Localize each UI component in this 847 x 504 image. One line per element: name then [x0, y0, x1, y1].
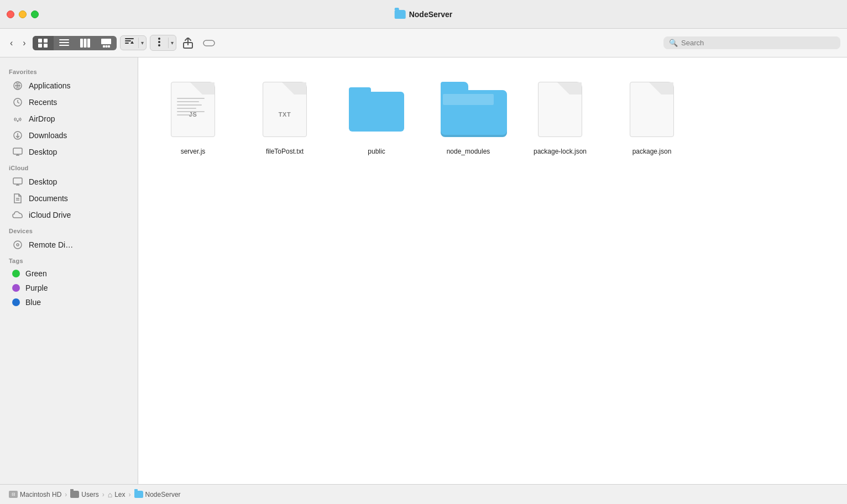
svg-point-40: [17, 244, 19, 246]
recents-icon: [12, 97, 23, 108]
airdrop-label: AirDrop: [29, 114, 55, 123]
sidebar-item-applications[interactable]: Applications: [3, 77, 134, 94]
sidebar-item-desktop[interactable]: Desktop: [3, 144, 134, 160]
svg-point-28: [17, 120, 19, 122]
sort-dropdown[interactable]: ▾: [120, 35, 147, 50]
home-icon: ⌂: [108, 490, 112, 499]
public-folder-icon: [349, 87, 404, 132]
sidebar-item-recents[interactable]: Recents: [3, 94, 134, 111]
node-modules-icon-wrap: [441, 76, 496, 143]
airdrop-icon: [12, 113, 23, 124]
breadcrumb-macintosh-hd[interactable]: ⊟ Macintosh HD: [9, 491, 61, 498]
svg-rect-5: [59, 42, 69, 43]
view-button-group: [33, 36, 117, 50]
action-dropdown[interactable]: ▾: [150, 35, 176, 51]
window-title: NodeServer: [409, 10, 453, 19]
breadcrumb-nodeserver[interactable]: NodeServer: [134, 491, 181, 498]
action-button[interactable]: [150, 35, 168, 50]
share-button[interactable]: [180, 35, 196, 51]
server-js-doc-icon: JS: [171, 82, 215, 137]
back-button[interactable]: ‹: [7, 36, 16, 50]
maximize-button[interactable]: [31, 11, 39, 18]
svg-rect-34: [13, 178, 22, 184]
icloud-drive-icon: [12, 209, 23, 221]
icloud-desktop-icon: [12, 176, 23, 187]
forward-button[interactable]: ›: [19, 36, 29, 50]
sidebar-item-icloud-desktop[interactable]: Desktop: [3, 174, 134, 190]
file-item-package-json[interactable]: package.json: [610, 71, 693, 192]
tag-button[interactable]: [200, 36, 218, 50]
documents-icon: [12, 193, 23, 204]
sidebar-item-tag-blue[interactable]: Blue: [3, 295, 134, 309]
sidebar-item-tag-green[interactable]: Green: [3, 266, 134, 281]
sort-dropdown-arrow[interactable]: ▾: [138, 38, 146, 48]
breadcrumb-nodeserver-label: NodeServer: [145, 491, 181, 498]
applications-icon: [12, 80, 23, 91]
file-item-server-js[interactable]: JS server.js: [151, 71, 234, 192]
breadcrumb-sep-1: ›: [65, 491, 67, 498]
file-item-node-modules[interactable]: node_modules: [427, 71, 510, 192]
node-modules-folder-icon: [441, 82, 496, 137]
view-gallery-button[interactable]: [96, 36, 117, 50]
sidebar-item-tag-purple[interactable]: Purple: [3, 281, 134, 295]
purple-tag-label: Purple: [25, 284, 48, 292]
traffic-lights: [7, 11, 39, 18]
view-icon-button[interactable]: [33, 36, 54, 50]
svg-rect-7: [80, 39, 83, 48]
sort-button[interactable]: [121, 36, 138, 50]
breadcrumb-sep-3: ›: [129, 491, 131, 498]
file-item-public[interactable]: public: [335, 71, 418, 192]
desktop-icon: [12, 146, 23, 158]
breadcrumb-users[interactable]: Users: [70, 491, 98, 498]
sidebar-item-icloud-drive[interactable]: iCloud Drive: [3, 207, 134, 223]
file-item-package-lock[interactable]: package-lock.json: [519, 71, 602, 192]
devices-section-title: Devices: [0, 223, 138, 237]
downloads-label: Downloads: [29, 131, 67, 140]
search-input[interactable]: [681, 39, 835, 47]
search-icon: 🔍: [669, 39, 678, 47]
users-folder-icon: [70, 491, 79, 498]
tags-section-title: Tags: [0, 253, 138, 266]
package-json-icon-wrap: [624, 76, 679, 143]
server-js-label: server.js: [181, 147, 206, 156]
breadcrumb-lex[interactable]: ⌂ Lex: [108, 490, 126, 499]
view-columns-button[interactable]: [75, 36, 96, 50]
filetopost-label: fileToPost.txt: [266, 147, 304, 156]
breadcrumb-lex-label: Lex: [114, 491, 125, 498]
server-js-icon-wrap: JS: [165, 76, 221, 143]
package-lock-doc-icon: [538, 82, 582, 137]
doc-lines: [177, 98, 207, 118]
file-content: JS server.js TXT fileToPost.txt public: [138, 57, 847, 484]
icloud-documents-label: Documents: [29, 194, 68, 203]
package-json-doc-icon: [630, 82, 674, 137]
sidebar-item-airdrop[interactable]: AirDrop: [3, 111, 134, 127]
package-lock-icon-wrap: [532, 76, 588, 143]
icloud-drive-label: iCloud Drive: [29, 211, 71, 219]
downloads-icon: [12, 130, 23, 141]
filetopost-icon-wrap: TXT: [257, 76, 312, 143]
svg-rect-6: [59, 45, 69, 46]
minimize-button[interactable]: [19, 11, 27, 18]
nodeserver-folder-icon: [134, 491, 143, 498]
txt-badge: TXT: [279, 111, 291, 118]
sidebar-item-remote-disk[interactable]: Remote Di…: [3, 237, 134, 253]
svg-rect-1: [44, 39, 48, 43]
public-label: public: [368, 147, 385, 156]
titlebar-center: NodeServer: [395, 10, 453, 19]
close-button[interactable]: [7, 11, 14, 18]
search-bar[interactable]: 🔍: [663, 36, 840, 49]
view-list-button[interactable]: [54, 36, 75, 50]
svg-marker-17: [130, 41, 134, 44]
svg-rect-11: [103, 45, 105, 48]
action-dropdown-arrow[interactable]: ▾: [168, 38, 176, 48]
purple-tag-dot: [12, 284, 20, 292]
svg-point-20: [158, 44, 160, 46]
svg-rect-14: [125, 38, 134, 39]
main: Favorites Applications Recents: [0, 57, 847, 484]
disk-icon: [12, 239, 23, 250]
file-item-filetopst-txt[interactable]: TXT fileToPost.txt: [243, 71, 326, 192]
svg-rect-31: [13, 148, 22, 154]
sidebar-item-icloud-documents[interactable]: Documents: [3, 190, 134, 207]
public-icon-wrap: [349, 76, 404, 143]
sidebar-item-downloads[interactable]: Downloads: [3, 127, 134, 144]
